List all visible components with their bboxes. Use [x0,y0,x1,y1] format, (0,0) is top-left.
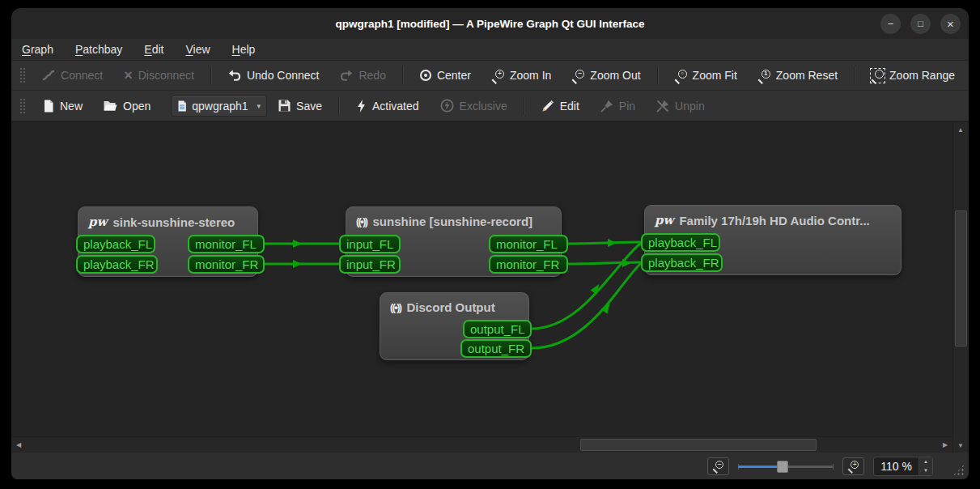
new-file-icon [43,100,54,113]
connection-wires [11,122,951,436]
minimize-icon: − [888,19,894,29]
menu-help[interactable]: Help [232,43,256,56]
toolbar-drag-handle[interactable] [19,97,26,115]
port-playback-fl[interactable]: playback_FL [76,235,155,253]
port-monitor-fl[interactable]: monitor_FL [489,235,568,253]
connect-icon [42,69,55,82]
save-button[interactable]: Save [278,100,322,113]
chevron-down-icon: ▾ [257,102,261,110]
undo-icon [228,70,241,82]
zoom-in-button-statusbar[interactable]: + [842,457,864,475]
new-button[interactable]: New [43,100,83,113]
spin-down-button[interactable]: ▼ [919,466,932,475]
wire-arrow [293,260,302,268]
open-folder-icon [104,100,117,112]
menu-graph[interactable]: Graph [22,43,53,56]
toolbar-separator [402,66,404,84]
maximize-button[interactable]: □ [910,14,931,34]
port-monitor-fr[interactable]: monitor_FR [489,255,568,274]
port-output-fl[interactable]: output_FL [463,320,532,338]
zoom-out-icon: − [572,70,584,82]
connection-wire[interactable] [532,263,641,348]
zoom-out-icon: − [713,461,723,471]
pencil-icon [541,100,554,113]
titlebar[interactable]: qpwgraph1 [modified] — A PipeWire Graph … [11,8,969,39]
center-icon [420,70,431,81]
disconnect-icon: × [124,68,133,83]
unpin-button: Unpin [656,100,705,113]
zoom-reset-icon: 1 [758,70,770,82]
undo-connect-button[interactable]: Undo Connect [228,69,320,82]
scroll-left-button[interactable]: ◀ [11,437,26,452]
wire-arrow [293,240,302,248]
center-button[interactable]: Center [420,69,471,82]
exclusive-button: Exclusive [440,99,507,113]
connection-wire[interactable] [568,242,641,244]
port-playback-fr[interactable]: playback_FR [76,255,158,274]
zoom-value[interactable]: 110 % [874,457,918,475]
toolbar-separator [657,66,659,84]
spin-up-button[interactable]: ▲ [919,457,932,466]
maximize-icon: □ [918,19,923,28]
port-playback-fl[interactable]: playback_FL [641,233,720,252]
horizontal-scrollbar[interactable]: ◀ ▶ [11,436,952,453]
port-input-fr[interactable]: input_FR [339,255,401,274]
scroll-down-button[interactable]: ▼ [953,438,968,453]
vertical-scrollbar-thumb[interactable] [955,210,967,347]
wire-arrow [622,259,631,267]
port-playback-fr[interactable]: playback_FR [641,253,723,272]
zoom-in-button[interactable]: + Zoom In [492,69,551,82]
bolt-circle-icon [440,99,454,113]
zoom-reset-button[interactable]: 1 Zoom Reset [758,69,838,82]
scroll-up-icon: ▲ [957,126,964,134]
close-button[interactable]: × [940,14,961,34]
disconnect-button: × Disconnect [124,68,194,83]
vertical-scrollbar[interactable]: ▲ ▼ [952,122,969,453]
zoom-in-icon: + [492,70,504,82]
pin-button: Pin [600,100,635,113]
zoom-out-button-statusbar[interactable]: − [707,457,729,475]
zoom-fit-button[interactable]: ▫ Zoom Fit [675,69,737,82]
toolbar-patchbay: New Open qpwgraph1 ▾ Save Activated Excl… [11,91,969,121]
zoom-slider[interactable] [738,457,834,475]
toolbar-separator [524,97,525,115]
zoom-spin-buttons: ▲ ▼ [918,457,932,475]
menu-view[interactable]: View [185,43,210,56]
redo-icon [340,70,353,82]
activated-button[interactable]: Activated [356,100,419,113]
port-monitor-fl[interactable]: monitor_FL [188,235,265,253]
connect-button: Connect [42,69,103,82]
resize-grip[interactable] [952,464,965,476]
port-input-fl[interactable]: input_FL [339,235,401,253]
patchbay-combobox[interactable]: qpwgraph1 ▾ [171,96,267,117]
toolbar-drag-handle[interactable] [19,66,25,84]
redo-button: Redo [340,69,385,82]
port-output-fr[interactable]: output_FR [460,339,532,358]
patchbay-file-icon [177,100,187,112]
zoom-spinbox[interactable]: 110 % ▲ ▼ [873,457,933,476]
zoom-slider-fill [738,466,782,468]
scroll-up-button[interactable]: ▲ [953,122,968,137]
toolbar-separator [854,66,855,84]
toolbar-graph: Connect × Disconnect Undo Connect Redo C… [11,61,969,91]
scroll-left-icon: ◀ [16,441,21,449]
minimize-button[interactable]: − [880,14,901,34]
zoom-slider-handle[interactable] [777,461,788,473]
toolbar-separator [210,66,212,84]
scroll-right-button[interactable]: ▶ [938,437,952,452]
menu-edit[interactable]: Edit [144,43,163,56]
bolt-icon [356,100,367,113]
graph-canvas[interactable]: pw sink-sunshine-stereo ((•)) sunshine [… [11,121,969,453]
menubar: Graph Patchbay Edit View Help [11,39,969,61]
zoom-out-button[interactable]: − Zoom Out [572,69,640,82]
horizontal-scrollbar-thumb[interactable] [580,439,817,451]
edit-button[interactable]: Edit [541,100,579,113]
unpin-icon [656,100,669,113]
menu-patchbay[interactable]: Patchbay [75,43,122,56]
zoom-range-button[interactable]: Zoom Range [872,69,955,82]
open-button[interactable]: Open [104,100,151,113]
patchbay-combobox-value: qpwgraph1 [192,100,248,113]
close-icon: × [947,18,954,30]
save-icon [278,100,291,112]
port-monitor-fr[interactable]: monitor_FR [188,255,265,274]
